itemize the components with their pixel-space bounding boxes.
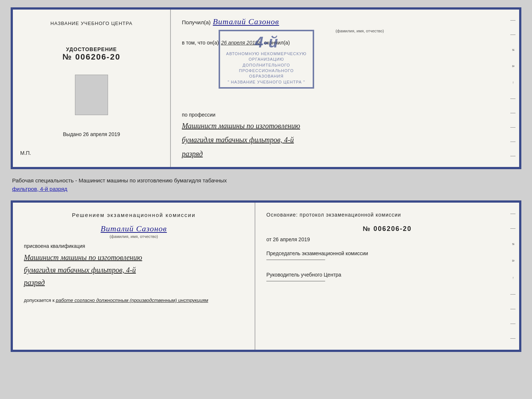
protocol-number: № 006206-20 bbox=[266, 225, 508, 233]
deco-letter-arrow: ← bbox=[511, 81, 515, 85]
right-decoration-bottom: и а ← bbox=[508, 203, 515, 350]
deco-dash-5 bbox=[510, 127, 515, 128]
dopuskaetsya-text: работе согласно должностным (производств… bbox=[56, 298, 208, 303]
right-decoration: и а ← bbox=[508, 10, 515, 167]
deco-dash-b5 bbox=[510, 324, 515, 324]
stamp-line3: " НАЗВАНИЕ УЧЕБНОГО ЦЕНТРА " bbox=[228, 79, 305, 85]
vydano-date: 26 апреля 2019 bbox=[83, 131, 120, 137]
bottom-fio-label: (фамилия, имя, отчество) bbox=[24, 234, 244, 239]
profession-line3: разряд bbox=[182, 148, 508, 160]
predsedatel-signature-line bbox=[266, 260, 325, 260]
mp-label: М.П. bbox=[20, 150, 31, 156]
deco-dash-b6 bbox=[510, 338, 515, 339]
deco-dash-1 bbox=[510, 20, 515, 21]
rukovoditel-label: Руководитель учебного Центра bbox=[266, 271, 508, 279]
dopuskaetsya-prefix: допускается к bbox=[24, 298, 54, 303]
predsedatel-label: Председатель экзаменационной комиссии bbox=[266, 250, 508, 257]
osnovanie-text: Основание: протокол экзаменационной коми… bbox=[266, 212, 508, 218]
deco-dash-b1 bbox=[510, 214, 515, 214]
deco-letter-a: а bbox=[511, 65, 515, 67]
bottom-name-block: Виталий Сазонов (фамилия, имя, отчество) bbox=[24, 224, 244, 239]
middle-text-underline: фильтров, 4-й разряд bbox=[12, 186, 67, 192]
stamp-line1: АВТОНОМНУЮ НЕКОММЕРЧЕСКУЮ ОРГАНИЗАЦИЮ bbox=[224, 51, 309, 63]
kvalf-line1: Машинист машины по изготовлению bbox=[24, 251, 244, 264]
kvalf-line3: разряд bbox=[24, 276, 244, 289]
poluchil-prefix: Получил(а) bbox=[182, 19, 211, 25]
resheniem-title: Решением экзаменационной комиссии bbox=[24, 212, 244, 218]
vtom-prefix: в том, что он(а) bbox=[182, 40, 219, 46]
training-center-label: НАЗВАНИЕ УЧЕБНОГО ЦЕНТРА bbox=[50, 21, 132, 26]
deco-dash-b3 bbox=[510, 294, 515, 295]
middle-text-content: Рабочая специальность - Машинист машины … bbox=[12, 177, 520, 193]
middle-text-prefix: Рабочая специальность - Машинист машины … bbox=[12, 177, 227, 184]
page-wrapper: НАЗВАНИЕ УЧЕБНОГО ЦЕНТРА УДОСТОВЕРЕНИЕ №… bbox=[7, 7, 525, 352]
rukovoditel-signature-line bbox=[266, 281, 325, 281]
prisvoena-text: присвоена квалификация bbox=[24, 243, 244, 249]
udostoverenie-label: УДОСТОВЕРЕНИЕ bbox=[62, 46, 121, 52]
ot-date: 26 апреля 2019 bbox=[273, 236, 310, 242]
middle-text-block: Рабочая специальность - Машинист машины … bbox=[11, 174, 521, 196]
kvalf-line2: бумагидля табачных фильтров, 4-й bbox=[24, 264, 244, 276]
rukovoditel-block: Руководитель учебного Центра bbox=[266, 271, 508, 281]
cert-number-block: УДОСТОВЕРЕНИЕ № 006206-20 bbox=[62, 46, 121, 62]
deco-letter-i: и bbox=[511, 49, 515, 51]
deco-letter-barrow: ← bbox=[511, 276, 515, 280]
cert-bottom-left-panel: Решением экзаменационной комиссии Витали… bbox=[13, 203, 255, 350]
po-professii-label: по профессии bbox=[182, 112, 508, 118]
vydano-label: Выдано bbox=[63, 131, 82, 137]
deco-dash-2 bbox=[510, 35, 515, 35]
photo-placeholder bbox=[75, 75, 108, 115]
stamp-overlay: 4-й АВТОНОМНУЮ НЕКОММЕРЧЕСКУЮ ОРГАНИЗАЦИ… bbox=[219, 30, 314, 89]
predsedatel-block: Председатель экзаменационной комиссии bbox=[266, 250, 508, 260]
stamp-line2: ДОПОЛНИТЕЛЬНОГО ПРОФЕССИОНАЛЬНОГО ОБРАЗО… bbox=[224, 63, 309, 79]
deco-dash-b4 bbox=[510, 309, 515, 309]
bottom-name-handwritten: Виталий Сазонов bbox=[24, 224, 244, 234]
ot-prefix: от bbox=[266, 236, 272, 242]
profession-line1: Машинист машины по изготовлению bbox=[182, 120, 508, 132]
deco-letter-bi: и bbox=[511, 243, 515, 245]
cert-bottom-right-panel: Основание: протокол экзаменационной коми… bbox=[255, 203, 519, 350]
bottom-certificate: Решением экзаменационной комиссии Витали… bbox=[11, 200, 521, 352]
deco-dash-b2 bbox=[510, 228, 515, 229]
profession-line2: бумагидля табачных фильтров, 4-й bbox=[182, 134, 508, 146]
top-certificate: НАЗВАНИЕ УЧЕБНОГО ЦЕНТРА УДОСТОВЕРЕНИЕ №… bbox=[11, 7, 521, 169]
deco-dash-4 bbox=[510, 113, 515, 113]
cert-top-left-panel: НАЗВАНИЕ УЧЕБНОГО ЦЕНТРА УДОСТОВЕРЕНИЕ №… bbox=[13, 10, 171, 167]
recipient-name: Виталий Сазонов bbox=[213, 17, 279, 26]
deco-dash-7 bbox=[510, 156, 515, 156]
vydano-line: Выдано 26 апреля 2019 bbox=[63, 131, 120, 137]
cert-number: № 006206-20 bbox=[62, 52, 121, 62]
cert-top-right-panel: Получил(а) Виталий Сазонов (фамилия, имя… bbox=[171, 10, 519, 167]
dopuskaetsya-line: допускается к работе согласно должностны… bbox=[24, 298, 244, 303]
stamp-number: 4-й bbox=[255, 33, 278, 51]
deco-letter-ba: а bbox=[511, 260, 515, 262]
ot-date-line: от 26 апреля 2019 bbox=[266, 236, 508, 242]
deco-dash-3 bbox=[510, 99, 515, 99]
deco-dash-6 bbox=[510, 142, 515, 142]
